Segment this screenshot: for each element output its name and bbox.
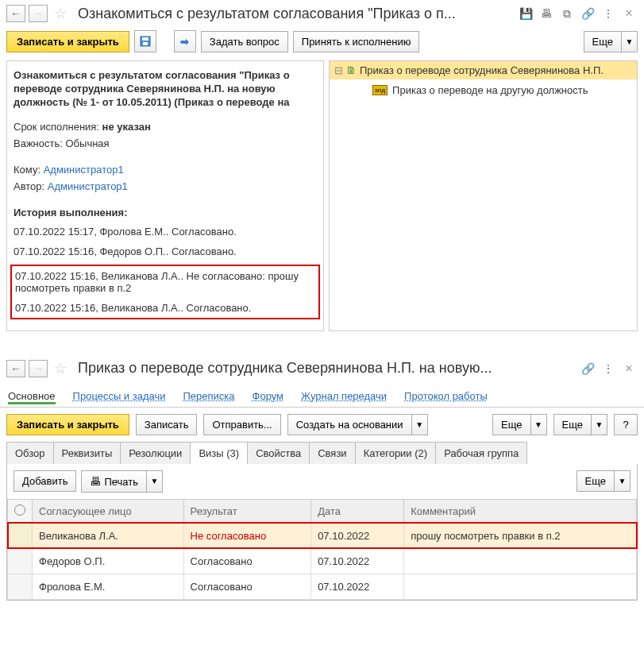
send-button[interactable]: Отправить... xyxy=(203,414,280,435)
subtab-workgroup[interactable]: Рабочая группа xyxy=(435,442,527,464)
favorite-star-icon[interactable]: ☆ xyxy=(54,5,70,22)
close-icon[interactable]: × xyxy=(622,361,636,376)
cell-person: Великанова Л.А. xyxy=(33,523,184,548)
cell-result: Согласовано xyxy=(183,548,311,574)
history-highlight-box: 07.10.2022 15:16, Великанова Л.А.. Не со… xyxy=(10,265,320,319)
cell-result: Не согласовано xyxy=(183,523,311,548)
subtab-overview[interactable]: Обзор xyxy=(6,442,54,464)
table-row[interactable]: Федоров О.П. Согласовано 07.10.2022 xyxy=(8,548,637,574)
importance-value: Обычная xyxy=(65,137,109,149)
task-title: Ознакомиться с результатом согласования … xyxy=(13,69,317,110)
nav-back-button[interactable]: ← xyxy=(6,360,25,377)
link-icon[interactable]: 🔗 xyxy=(580,361,595,376)
print-icon[interactable]: 🖶 xyxy=(539,6,553,21)
favorite-star-icon[interactable]: ☆ xyxy=(54,360,70,377)
history-entry: 07.10.2022 15:16, Великанова Л.А.. Не со… xyxy=(15,269,315,295)
document-link[interactable]: Приказ о переводе сотрудника Северянинов… xyxy=(360,64,604,76)
more-dropdown-button[interactable]: ▼ xyxy=(622,31,638,52)
history-entry: 07.10.2022 15:16, Федоров О.П.. Согласов… xyxy=(13,245,317,258)
nav-forward-button[interactable]: → xyxy=(29,360,48,377)
row-handle[interactable] xyxy=(8,548,33,574)
subtab-properties[interactable]: Свойства xyxy=(247,442,310,464)
to-label: Кому: xyxy=(13,164,40,176)
cell-comment: прошу посмотреть правки в п.2 xyxy=(404,523,637,548)
save-button[interactable] xyxy=(134,30,156,52)
tab-mail[interactable]: Переписка xyxy=(182,385,237,407)
more-dropdown[interactable]: ▼ xyxy=(615,470,631,492)
create-based-dropdown[interactable]: ▼ xyxy=(412,414,428,435)
nav-back-button[interactable]: ← xyxy=(6,5,25,22)
tree-collapse-icon[interactable]: ⊟ xyxy=(334,64,343,76)
more-button-2[interactable]: Еще xyxy=(553,414,592,435)
window-title: Ознакомиться с результатом согласования … xyxy=(76,6,514,22)
save-close-button[interactable]: Записать и закрыть xyxy=(6,31,129,52)
link-icon[interactable]: 🔗 xyxy=(580,6,595,21)
save-button[interactable]: Записать xyxy=(136,414,198,435)
more-button[interactable]: Еще xyxy=(584,31,622,52)
svg-rect-1 xyxy=(142,37,148,41)
cell-person: Федоров О.П. xyxy=(33,548,184,574)
importance-label: Важность: xyxy=(13,137,63,149)
save-close-button[interactable]: Записать и закрыть xyxy=(6,414,129,435)
col-comment[interactable]: Комментарий xyxy=(404,499,637,523)
row-handle[interactable] xyxy=(8,523,33,548)
more-icon[interactable]: ⋮ xyxy=(601,361,615,376)
table-col-handle xyxy=(8,499,33,523)
save-icon[interactable]: 💾 xyxy=(519,6,533,21)
printer-icon: 🖶 xyxy=(90,475,101,488)
subtab-details[interactable]: Реквизиты xyxy=(53,442,121,464)
nav-tabs: Основное Процессы и задачи Переписка Фор… xyxy=(0,382,644,408)
nav-forward-button[interactable]: → xyxy=(29,5,48,22)
circle-icon xyxy=(14,504,25,516)
help-button[interactable]: ? xyxy=(614,414,638,435)
visas-table: Согласующее лицо Результат Дата Коммента… xyxy=(7,499,637,600)
table-row[interactable]: Великанова Л.А. Не согласовано 07.10.202… xyxy=(8,523,637,548)
close-icon[interactable]: × xyxy=(622,6,636,21)
subtab-links[interactable]: Связи xyxy=(309,442,355,464)
cell-result: Согласовано xyxy=(183,574,311,599)
to-value-link[interactable]: Администратор1 xyxy=(44,164,124,176)
sub-document-link[interactable]: Приказ о переводе на другую должность xyxy=(392,84,588,96)
col-result[interactable]: Результат xyxy=(183,499,311,523)
print-button[interactable]: 🖶Печать xyxy=(81,470,147,493)
subtab-visas[interactable]: Визы (3) xyxy=(190,442,248,464)
table-row[interactable]: Фролова Е.М. Согласовано 07.10.2022 xyxy=(8,574,637,599)
col-person[interactable]: Согласующее лицо xyxy=(33,499,184,523)
subtab-categories[interactable]: Категории (2) xyxy=(355,442,437,464)
more-icon[interactable]: ⋮ xyxy=(601,6,615,21)
sub-tabs: Обзор Реквизиты Резолюции Визы (3) Свойс… xyxy=(0,442,644,464)
cell-date: 07.10.2022 xyxy=(311,574,404,599)
more-dropdown-2[interactable]: ▼ xyxy=(592,414,607,435)
tab-transfer-log[interactable]: Журнал передачи xyxy=(299,385,388,407)
more-dropdown[interactable]: ▼ xyxy=(531,414,547,435)
tab-main: Основное xyxy=(6,385,57,407)
history-label: История выполнения: xyxy=(13,207,317,218)
tab-forum[interactable]: Форум xyxy=(251,385,286,407)
cell-date: 07.10.2022 xyxy=(311,523,404,548)
author-value-link[interactable]: Администратор1 xyxy=(48,180,128,192)
history-entry: 07.10.2022 15:16, Великанова Л.А.. Согла… xyxy=(15,301,315,315)
tab-protocol[interactable]: Протокол работы xyxy=(403,385,489,407)
more-button[interactable]: Еще xyxy=(577,470,615,492)
epd-badge-icon: эпд xyxy=(372,85,388,95)
col-date[interactable]: Дата xyxy=(311,499,404,523)
copy-icon[interactable]: ⧉ xyxy=(560,6,574,21)
doc-icon: 🗎 xyxy=(346,64,357,76)
deadline-label: Срок исполнения: xyxy=(13,121,99,133)
window-title: Приказ о переводе сотрудника Северянинов… xyxy=(76,360,576,377)
subtab-resolutions[interactable]: Резолюции xyxy=(120,442,191,464)
task-details-panel: Ознакомиться с результатом согласования … xyxy=(6,60,324,331)
more-button[interactable]: Еще xyxy=(492,414,530,435)
add-button[interactable]: Добавить xyxy=(13,470,76,492)
forward-arrow-button[interactable]: ➡ xyxy=(174,30,196,52)
tab-processes[interactable]: Процессы и задачи xyxy=(71,385,168,407)
row-handle[interactable] xyxy=(8,574,33,599)
ask-question-button[interactable]: Задать вопрос xyxy=(201,31,288,52)
create-based-button[interactable]: Создать на основании xyxy=(287,414,412,435)
accept-execute-button[interactable]: Принять к исполнению xyxy=(293,31,420,52)
documents-panel: ⊟ 🗎 Приказ о переводе сотрудника Северян… xyxy=(329,60,638,331)
deadline-value: не указан xyxy=(102,121,151,133)
cell-comment xyxy=(404,548,637,574)
cell-date: 07.10.2022 xyxy=(311,548,404,574)
print-dropdown[interactable]: ▼ xyxy=(147,470,163,493)
